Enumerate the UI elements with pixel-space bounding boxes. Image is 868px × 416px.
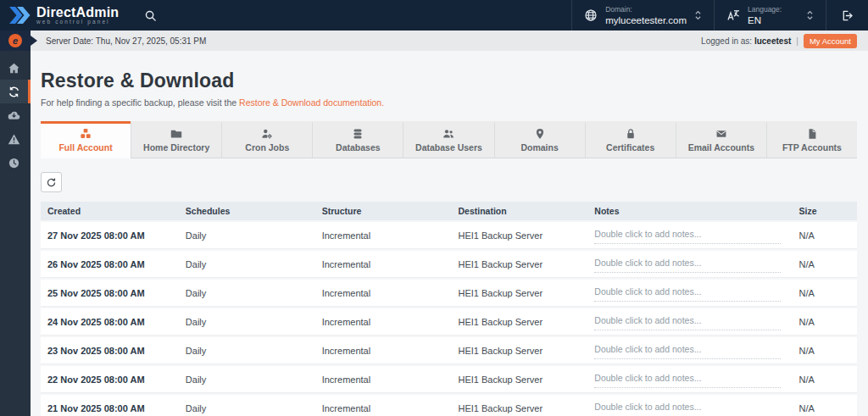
- logout-button[interactable]: [826, 0, 868, 31]
- tab-email-accounts[interactable]: Email Accounts: [676, 121, 766, 158]
- separator: |: [796, 36, 798, 46]
- tab-bar: Full AccountHome DirectoryCron JobsDatab…: [41, 121, 857, 158]
- structure-cell: Incremental: [315, 337, 452, 364]
- notes-cell: Double click to add notes...: [587, 308, 792, 336]
- sidebar-item-sync[interactable]: [0, 80, 31, 103]
- table-row: 25 Nov 2025 08:00 AMDailyIncrementalHEI1…: [41, 280, 857, 307]
- server-bar: Server Date: Thu, Nov 27, 2025, 05:31 PM…: [31, 31, 868, 51]
- domain-selector[interactable]: Domain: myluceetester.com: [571, 0, 714, 31]
- brand[interactable]: DirectAdmin web control panel: [0, 0, 131, 31]
- documentation-link[interactable]: Restore & Download documentation.: [239, 97, 384, 108]
- schedules-cell: Daily: [179, 366, 315, 393]
- notes-cell: Double click to add notes...: [587, 251, 792, 278]
- size-cell: N/A: [793, 337, 857, 364]
- lock-icon: [625, 128, 637, 140]
- notes-field[interactable]: Double click to add notes...: [594, 370, 780, 388]
- notes-field[interactable]: Double click to add notes...: [594, 226, 780, 244]
- tab-label: Database Users: [415, 142, 482, 153]
- destination-cell: HEI1 Backup Server: [452, 337, 588, 364]
- sidebar-item-cloud-download[interactable]: [0, 103, 31, 127]
- created-cell: 25 Nov 2025 08:00 AM: [41, 280, 179, 307]
- size-cell: N/A: [793, 308, 857, 336]
- search-icon: [144, 9, 157, 22]
- top-bar: DirectAdmin web control panel Domain: my…: [0, 0, 868, 31]
- globe-icon: [584, 8, 598, 22]
- schedules-cell: Daily: [179, 308, 315, 336]
- notes-field[interactable]: Double click to add notes...: [594, 399, 780, 416]
- page-title: Restore & Download: [41, 69, 857, 92]
- search-button[interactable]: [131, 0, 170, 31]
- notes-cell: Double click to add notes...: [587, 395, 792, 416]
- schedules-cell: Daily: [179, 251, 315, 278]
- tab-databases[interactable]: Databases: [312, 121, 403, 158]
- created-cell: 23 Nov 2025 08:00 AM: [41, 337, 179, 364]
- sidebar-item-clock[interactable]: [0, 151, 31, 175]
- column-header-size: Size: [793, 202, 857, 220]
- destination-cell: HEI1 Backup Server: [452, 308, 588, 336]
- help-line: For help finding a specific backup, plea…: [41, 97, 857, 108]
- created-cell: 22 Nov 2025 08:00 AM: [41, 366, 179, 393]
- full-account-icon: [80, 128, 92, 140]
- tab-domains[interactable]: Domains: [494, 121, 585, 158]
- size-cell: N/A: [793, 251, 857, 278]
- tab-label: Email Accounts: [688, 142, 754, 153]
- size-cell: N/A: [793, 366, 857, 393]
- column-header-structure: Structure: [315, 202, 452, 220]
- my-account-button[interactable]: My Account: [804, 34, 857, 48]
- translate-icon: [726, 8, 740, 22]
- map-pin-icon: [534, 128, 546, 140]
- schedules-cell: Daily: [179, 337, 315, 364]
- sidebar-logo[interactable]: e: [0, 31, 31, 51]
- cloud-download-icon: [8, 109, 20, 122]
- tab-label: Home Directory: [143, 142, 209, 153]
- schedules-cell: Daily: [179, 280, 315, 307]
- tab-full-account[interactable]: Full Account: [41, 121, 131, 158]
- sidebar-nav: [0, 51, 31, 175]
- logged-in-text: Logged in as: luceetest: [701, 36, 791, 46]
- refresh-button[interactable]: [41, 172, 62, 192]
- column-header-destination: Destination: [452, 202, 588, 220]
- notes-field[interactable]: Double click to add notes...: [594, 341, 780, 359]
- tab-home-directory[interactable]: Home Directory: [131, 121, 221, 158]
- tab-database-users[interactable]: Database Users: [403, 121, 493, 158]
- brand-name: DirectAdmin: [36, 6, 119, 19]
- size-cell: N/A: [793, 280, 857, 307]
- sidebar-item-home[interactable]: [0, 56, 31, 80]
- tab-label: Certificates: [606, 142, 654, 153]
- tab-label: FTP Accounts: [782, 142, 842, 153]
- structure-cell: Incremental: [315, 395, 452, 416]
- sidebar-item-warning[interactable]: [0, 127, 31, 151]
- sync-icon: [8, 86, 20, 98]
- schedules-cell: Daily: [179, 395, 315, 416]
- column-header-schedules: Schedules: [179, 202, 315, 220]
- domain-label: Domain:: [605, 5, 687, 14]
- tab-ftp-accounts[interactable]: FTP Accounts: [766, 121, 857, 158]
- size-cell: N/A: [793, 222, 857, 249]
- notes-cell: Double click to add notes...: [587, 337, 792, 364]
- directadmin-logo-icon: [8, 6, 31, 25]
- directadmin-page: DirectAdmin web control panel Domain: my…: [0, 0, 868, 416]
- sidebar-arrow-icon: [31, 36, 37, 46]
- notes-field[interactable]: Double click to add notes...: [594, 284, 780, 302]
- notes-field[interactable]: Double click to add notes...: [594, 255, 780, 273]
- tab-label: Full Account: [58, 142, 112, 153]
- table-row: 26 Nov 2025 08:00 AMDailyIncrementalHEI1…: [41, 251, 857, 278]
- notes-cell: Double click to add notes...: [587, 366, 792, 393]
- structure-cell: Incremental: [315, 222, 452, 249]
- tab-certificates[interactable]: Certificates: [585, 121, 676, 158]
- logout-icon: [841, 9, 854, 22]
- created-cell: 24 Nov 2025 08:00 AM: [41, 308, 179, 336]
- chevron-updown-icon: [694, 9, 702, 21]
- main-content: Restore & Download For help finding a sp…: [31, 51, 868, 416]
- structure-cell: Incremental: [315, 308, 452, 336]
- brand-tagline: web control panel: [36, 19, 119, 25]
- notes-field[interactable]: Double click to add notes...: [594, 313, 780, 330]
- notes-cell: Double click to add notes...: [587, 280, 792, 307]
- tab-label: Domains: [520, 142, 558, 153]
- tab-cron-jobs[interactable]: Cron Jobs: [221, 121, 312, 158]
- size-cell: N/A: [793, 395, 857, 416]
- language-selector[interactable]: Language: EN: [714, 0, 826, 31]
- help-text: For help finding a specific backup, plea…: [41, 97, 239, 108]
- lucee-logo-icon: e: [8, 34, 22, 47]
- server-date: Server Date: Thu, Nov 27, 2025, 05:31 PM: [46, 36, 701, 46]
